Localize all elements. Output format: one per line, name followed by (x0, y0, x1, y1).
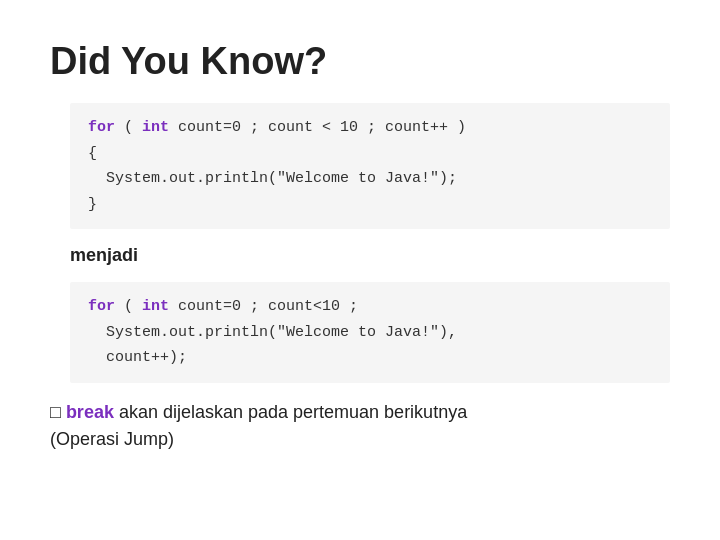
bottom-description-2: (Operasi Jump) (50, 429, 174, 449)
for-keyword: for (88, 119, 115, 136)
code-line-2: { (88, 141, 652, 167)
bullet-char: □ (50, 402, 66, 422)
int-keyword-2: int (142, 298, 169, 315)
code2-line-1: for ( int count=0 ; count<10 ; (88, 294, 652, 320)
code2-line-2: System.out.println("Welcome to Java!"), (88, 320, 652, 346)
code-line-3: System.out.println("Welcome to Java!"); (88, 166, 652, 192)
menjadi-label: menjadi (70, 245, 670, 266)
int-keyword-1: int (142, 119, 169, 136)
code-text-1: ( (115, 119, 142, 136)
code-text-1b: count=0 ; count < 10 ; count++ ) (169, 119, 466, 136)
code2-line-3: count++); (88, 345, 652, 371)
code-block-2: for ( int count=0 ; count<10 ; System.ou… (70, 282, 670, 383)
code-block-1: for ( int count=0 ; count < 10 ; count++… (70, 103, 670, 229)
code-line-4: } (88, 192, 652, 218)
bottom-description: akan dijelaskan pada pertemuan berikutny… (114, 402, 467, 422)
bottom-text: □ break akan dijelaskan pada pertemuan b… (50, 399, 670, 453)
for-keyword-2: for (88, 298, 115, 315)
code-line-1: for ( int count=0 ; count < 10 ; count++… (88, 115, 652, 141)
break-keyword: break (66, 402, 114, 422)
page-title: Did You Know? (50, 40, 670, 83)
